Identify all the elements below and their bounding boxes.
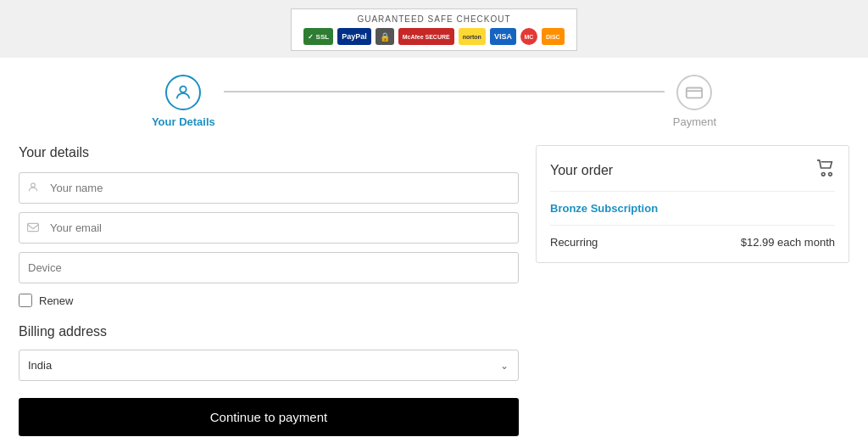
renew-checkbox[interactable] xyxy=(19,294,32,307)
renew-label[interactable]: Renew xyxy=(39,294,73,307)
left-column: Your details xyxy=(19,145,519,436)
step-label-your-details: Your Details xyxy=(152,115,215,128)
email-icon xyxy=(27,221,39,235)
form-area: Your details xyxy=(19,145,849,436)
svg-rect-1 xyxy=(687,88,702,98)
safe-banner-title: GUARANTEED SAFE CHECKOUT xyxy=(357,14,510,24)
order-item-name: Bronze Subscription xyxy=(550,202,835,226)
order-recurring-row: Recurring $12.99 each month xyxy=(550,236,835,249)
visa-icon: VISA xyxy=(490,28,516,45)
svg-point-2 xyxy=(31,182,36,187)
safe-banner-box: GUARANTEED SAFE CHECKOUT ✓ SSL PayPal 🔒 … xyxy=(291,8,576,51)
step-label-payment: Payment xyxy=(673,115,716,128)
svg-point-4 xyxy=(821,172,825,176)
paypal-icon: PayPal xyxy=(337,28,371,45)
discover-icon: DISC xyxy=(542,28,565,45)
continue-to-payment-button[interactable]: Continue to payment xyxy=(19,398,519,436)
step-line xyxy=(224,91,665,92)
country-select-wrap: India United States United Kingdom Canad… xyxy=(19,350,519,381)
step-payment: Payment xyxy=(673,75,716,128)
email-input-wrap xyxy=(19,212,519,244)
renew-checkbox-row: Renew xyxy=(19,294,519,307)
step-your-details: Your Details xyxy=(152,75,215,128)
safe-checkout-banner: GUARANTEED SAFE CHECKOUT ✓ SSL PayPal 🔒 … xyxy=(0,0,868,58)
country-select[interactable]: India United States United Kingdom Canad… xyxy=(19,350,519,381)
ssl-icon: ✓ SSL xyxy=(303,28,333,45)
main-content: Your Details Payment Your details xyxy=(0,58,868,437)
cart-icon xyxy=(816,160,835,181)
right-column: Your order Bronze Subscription Recurring… xyxy=(536,145,849,436)
name-input-wrap xyxy=(19,172,519,204)
order-box: Your order Bronze Subscription Recurring… xyxy=(536,145,849,263)
email-input[interactable] xyxy=(19,212,519,244)
svg-point-5 xyxy=(829,172,832,176)
payment-icons: ✓ SSL PayPal 🔒 McAfee SECURE norton VISA… xyxy=(303,28,564,45)
norton-icon: norton xyxy=(459,28,486,45)
svg-rect-3 xyxy=(28,223,39,231)
recurring-label: Recurring xyxy=(550,236,598,249)
your-details-heading: Your details xyxy=(19,145,519,160)
mcafee-icon: McAfee SECURE xyxy=(398,28,454,45)
order-price: $12.99 each month xyxy=(741,236,835,249)
mastercard-icon: MC xyxy=(520,28,537,45)
billing-address-heading: Billing address xyxy=(19,324,519,339)
name-input[interactable] xyxy=(19,172,519,204)
secure-lock-icon: 🔒 xyxy=(376,28,394,45)
step-circle-payment xyxy=(676,75,712,110)
order-box-header: Your order xyxy=(550,160,835,192)
device-input[interactable] xyxy=(19,252,519,283)
person-icon xyxy=(27,181,39,195)
svg-point-0 xyxy=(181,87,186,92)
progress-bar: Your Details Payment xyxy=(17,58,851,137)
step-circle-your-details xyxy=(165,75,201,110)
order-title: Your order xyxy=(550,163,613,178)
